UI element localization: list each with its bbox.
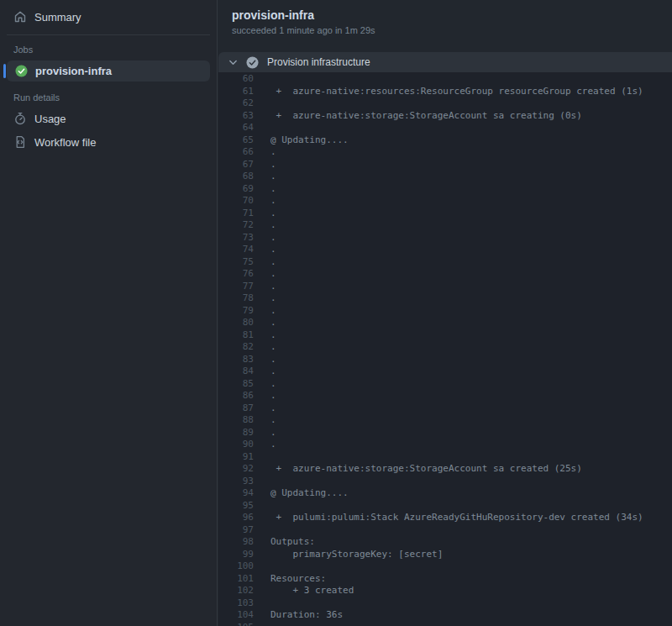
log-line: 65@ Updating.... [218, 134, 672, 147]
log-line-number[interactable]: 64 [218, 122, 254, 134]
log-line-number[interactable]: 66 [218, 146, 254, 159]
log-line-number[interactable]: 90 [218, 439, 254, 451]
log-line-text [254, 500, 270, 513]
log-line-number[interactable]: 105 [218, 622, 254, 626]
sidebar-item-usage[interactable]: Usage [0, 107, 217, 130]
log-line-number[interactable]: 96 [218, 512, 254, 524]
log-line: 74. [218, 244, 672, 256]
log-line-number[interactable]: 62 [218, 97, 254, 110]
log-line: 103 [218, 597, 672, 610]
run-header: provision-infra succeeded 1 minute ago i… [218, 0, 672, 35]
log-line-number[interactable]: 78 [218, 292, 254, 305]
log-line: 102 + 3 created [218, 585, 672, 597]
log-line-text [254, 476, 270, 488]
log-line-number[interactable]: 77 [218, 281, 254, 293]
log-line-text: . [254, 378, 276, 391]
job-sidebar: Summary Jobs provision-infra Run details… [0, 0, 218, 626]
log-line-text [254, 560, 270, 573]
log-line: 84. [218, 366, 672, 378]
log-line-text [254, 73, 270, 86]
log-line: 61 + azure-native:resources:ResourceGrou… [218, 86, 672, 98]
log-line-number[interactable]: 101 [218, 573, 254, 586]
run-status-text: succeeded 1 minute ago in 1m 29s [232, 25, 659, 35]
log-line-text [254, 451, 270, 464]
log-line: 68. [218, 171, 672, 183]
log-line-number[interactable]: 82 [218, 341, 254, 354]
sidebar-item-summary[interactable]: Summary [0, 5, 217, 29]
log-line-number[interactable]: 65 [218, 134, 254, 147]
log-line-number[interactable]: 72 [218, 219, 254, 232]
log-line: 77. [218, 281, 672, 293]
log-line-number[interactable]: 80 [218, 317, 254, 329]
log-line: 87. [218, 402, 672, 415]
chevron-down-icon[interactable] [228, 58, 238, 67]
log-line: 88. [218, 414, 672, 427]
log-line: 100 [218, 560, 672, 573]
log-line-number[interactable]: 93 [218, 476, 254, 488]
log-line: 78. [218, 292, 672, 305]
log-line-text: . [254, 366, 276, 378]
log-line-number[interactable]: 86 [218, 390, 254, 402]
log-line-number[interactable]: 95 [218, 500, 254, 513]
log-line-number[interactable]: 98 [218, 536, 254, 549]
log-line: 60 [218, 73, 672, 86]
log-line: 76. [218, 268, 672, 281]
log-line-number[interactable]: 61 [218, 86, 254, 98]
log-line-text: . [254, 439, 276, 451]
log-group-header[interactable]: Provision infrastructure [218, 52, 672, 72]
log-line-text: . [254, 208, 276, 220]
jobs-section-label: Jobs [0, 35, 217, 59]
log-line-text: + azure-native:resources:ResourceGroup r… [254, 86, 643, 98]
log-line-number[interactable]: 92 [218, 463, 254, 476]
log-line-text: . [254, 171, 276, 183]
log-line-number[interactable]: 91 [218, 451, 254, 464]
log-line-number[interactable]: 84 [218, 366, 254, 378]
log-line-number[interactable]: 87 [218, 402, 254, 415]
log-line-number[interactable]: 100 [218, 560, 254, 573]
log-line-number[interactable]: 69 [218, 183, 254, 196]
log-line-number[interactable]: 67 [218, 159, 254, 171]
log-line: 79. [218, 305, 672, 318]
log-line-number[interactable]: 60 [218, 73, 254, 86]
log-line-number[interactable]: 94 [218, 487, 254, 500]
run-details-section-label: Run details [0, 83, 217, 107]
log-line-number[interactable]: 104 [218, 609, 254, 622]
log-line-number[interactable]: 63 [218, 110, 254, 123]
log-line: 82. [218, 341, 672, 354]
log-line-text: . [254, 195, 276, 208]
log-line-number[interactable]: 71 [218, 208, 254, 220]
log-line-text: . [254, 281, 276, 293]
log-body[interactable]: 6061 + azure-native:resources:ResourceGr… [218, 72, 672, 626]
log-line-text: . [254, 414, 276, 427]
log-line: 63 + azure-native:storage:StorageAccount… [218, 110, 672, 123]
log-line-number[interactable]: 97 [218, 524, 254, 537]
log-line-number[interactable]: 75 [218, 256, 254, 269]
log-line-number[interactable]: 81 [218, 329, 254, 342]
log-line: 101Resources: [218, 573, 672, 586]
log-line-text: + azure-native:storage:StorageAccount sa… [254, 110, 582, 123]
sidebar-item-job-provision-infra[interactable]: provision-infra [7, 60, 210, 82]
log-line-number[interactable]: 102 [218, 585, 254, 597]
log-line-text [254, 597, 270, 610]
log-line-number[interactable]: 83 [218, 354, 254, 366]
log-line-text: . [254, 305, 276, 318]
log-viewer: Provision infrastructure 6061 + azure-na… [218, 52, 672, 626]
log-line-text: @ Updating.... [254, 134, 349, 147]
log-line-number[interactable]: 89 [218, 427, 254, 439]
job-name-label: provision-infra [35, 65, 112, 77]
log-line-number[interactable]: 68 [218, 171, 254, 183]
sidebar-item-workflow-file[interactable]: Workflow file [0, 130, 217, 154]
log-line-number[interactable]: 74 [218, 244, 254, 256]
log-line-number[interactable]: 103 [218, 597, 254, 610]
log-line-number[interactable]: 76 [218, 268, 254, 281]
log-line-number[interactable]: 79 [218, 305, 254, 318]
log-line-text: . [254, 292, 276, 305]
log-line-number[interactable]: 88 [218, 414, 254, 427]
log-line-text: primaryStorageKey: [secret] [254, 549, 443, 561]
log-line-text: . [254, 268, 276, 281]
log-line-number[interactable]: 70 [218, 195, 254, 208]
log-line: 98Outputs: [218, 536, 672, 549]
log-line-number[interactable]: 99 [218, 549, 254, 561]
log-line-number[interactable]: 85 [218, 378, 254, 391]
log-line-number[interactable]: 73 [218, 232, 254, 245]
